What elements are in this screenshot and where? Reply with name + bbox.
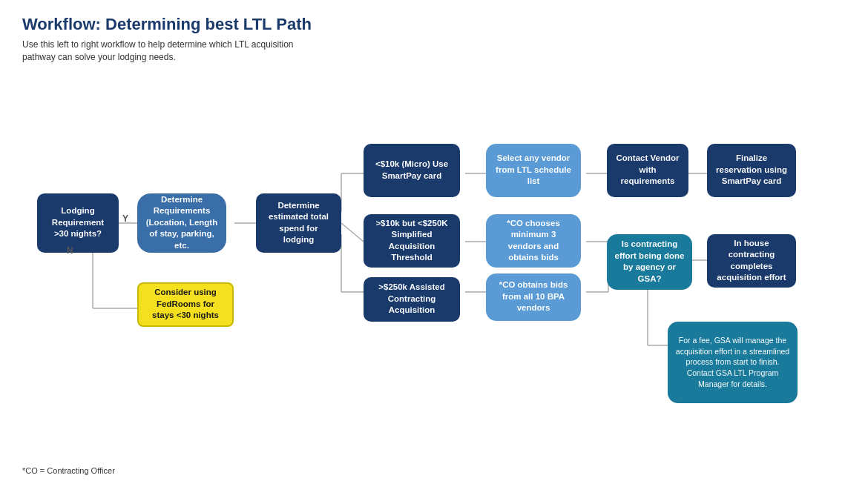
fedrooms-box: Consider using FedRooms for stays <30 ni… — [137, 282, 234, 327]
is-contracting-box: Is contracting effort being done by agen… — [607, 234, 692, 290]
total-spend-box: Determine estimated total spend for lodg… — [256, 193, 341, 253]
co-min3-box: *CO chooses minimum 3 vendors and obtain… — [486, 214, 581, 268]
simplified-box: >$10k but <$250K Simplified Acquisition … — [364, 214, 460, 268]
select-vendor-box: Select any vendor from LTL schedule list — [486, 144, 581, 197]
page-subtitle: Use this left to right workflow to help … — [22, 39, 304, 64]
yes-label: Y — [122, 213, 128, 224]
workflow-area: Lodging Requirement >30 nights? Y N Dete… — [22, 79, 846, 464]
determine-req-box: Determine Requirements (Location, Length… — [137, 193, 226, 253]
micro-box: <$10k (Micro) Use SmartPay card — [364, 144, 460, 197]
contact-vendor-box: Contact Vendor with requirements — [607, 144, 688, 197]
page-title: Workflow: Determining best LTL Path — [22, 15, 846, 34]
lodging-box: Lodging Requirement >30 nights? — [37, 193, 119, 253]
no-label: N — [67, 245, 73, 256]
in-house-box: In house contracting completes acquisiti… — [707, 234, 796, 288]
assisted-box: >$250k Assisted Contracting Acquisition — [364, 277, 460, 322]
gsa-fee-box: For a fee, GSA will manage the acquisiti… — [668, 322, 798, 403]
co-all10-box: *CO obtains bids from all 10 BPA vendors — [486, 273, 581, 321]
svg-line-6 — [341, 223, 364, 242]
finalize-box: Finalize reservation using SmartPay card — [707, 144, 796, 197]
footnote: *CO = Contracting Officer — [22, 466, 115, 475]
page-container: Workflow: Determining best LTL Path Use … — [0, 0, 868, 481]
